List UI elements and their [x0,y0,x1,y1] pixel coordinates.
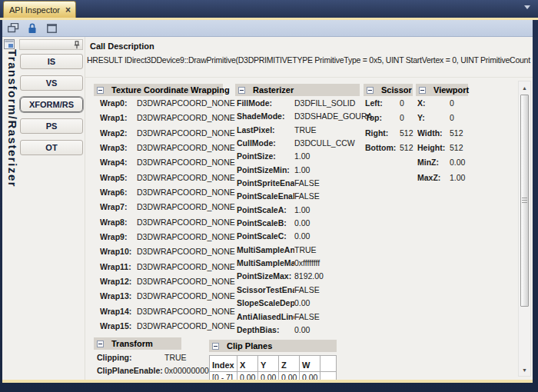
sidebar-panel-header [19,39,83,50]
table-cell: 0.00 [258,372,279,380]
texture-coordinate-wrapping-rows: Wrap0:D3DWRAPCOORD_NONEWrap1:D3DWRAPCOOR… [100,96,235,334]
pipeline-stage-button[interactable]: OT [20,140,83,155]
state-row: PointScaleB:0.00 [237,217,373,230]
pipeline-stage-button[interactable]: VS [20,75,83,91]
scissor-rows: Left:0Top:0Right:512Bottom:512 [365,96,413,155]
state-label: Height: [417,141,450,155]
state-value: D3DCULL_CCW [294,138,355,148]
section-header-texture-coordinate-wrapping: Texture Coordinate Wrapping [94,84,223,96]
column-header: Y [258,356,279,372]
pipeline-stage-buttons: ISVSXFORM/RSPSOT [20,54,83,161]
state-value: D3DWRAPCOORD_NONE [137,143,235,152]
call-description-title: Call Description [90,42,154,51]
state-row: Wrap6:D3DWRAPCOORD_NONE [100,185,235,200]
state-label: Wrap6: [100,185,137,200]
state-value: D3DWRAPCOORD_NONE [137,98,235,108]
state-value: FALSE [294,285,320,294]
scroll-thumb[interactable] [520,95,529,307]
state-row: Wrap4:D3DWRAPCOORD_NONE [100,155,235,170]
state-row: Wrap5:D3DWRAPCOORD_NONE [100,171,235,185]
pipeline-stage-button[interactable]: XFORM/RS [20,97,83,112]
state-value: D3DWRAPCOORD_NONE [137,232,235,241]
pipeline-stage-button[interactable]: IS [20,54,83,69]
state-row: FillMode:D3DFILL_SOLID [237,97,373,110]
state-label: ShadeMode: [237,110,294,123]
api-inspector-window: { "window": { "tab_title": "API Inspecto… [0,0,538,392]
state-label: MinZ: [417,155,450,170]
scroll-thumb-grip [522,198,527,203]
collapse-minus-icon[interactable] [367,87,374,94]
state-row: MultiSampleMa:0xffffffff [237,257,373,270]
state-label: PointSizeMax: [237,270,294,283]
lock-icon[interactable] [26,22,38,34]
state-value: D3DWRAPCOORD_NONE [137,277,235,286]
cascade-windows-icon[interactable] [7,22,19,34]
state-row: ShadeMode:D3DSHADE_GOURA [237,110,373,123]
clip-planes-table: Index X Y Z W [0 - 7] 0.00 0.00 0.00 0.0… [209,355,337,380]
vertical-scrollbar[interactable]: ▲ ▼ [518,81,531,377]
chevron-down-icon[interactable] [524,5,530,9]
state-value: D3DWRAPCOORD_NONE [137,247,235,256]
state-value: D3DSHADE_GOURA [294,111,373,121]
state-value: 0.00 [450,158,465,167]
maximize-icon[interactable] [45,22,58,34]
section-header-rasterizer: Rasterizer [235,84,360,96]
pipeline-stage-button[interactable]: PS [20,118,83,134]
state-label: DepthBias: [237,324,294,337]
pane-bottom-accent [2,380,533,383]
tab-api-inspector[interactable]: API Inspector × [3,1,76,18]
state-label: Wrap13: [100,289,137,304]
state-label: Wrap3: [100,141,137,155]
collapse-minus-icon[interactable] [238,87,245,94]
collapse-minus-icon[interactable] [97,87,104,94]
collapse-minus-icon[interactable] [97,341,104,347]
state-value: 512 [450,143,463,152]
state-value: D3DWRAPCOORD_NONE [137,262,235,271]
state-label: LastPixel: [237,124,294,137]
state-label: Wrap15: [100,319,137,334]
state-row: DepthBias:0.00 [237,324,373,337]
tab-title: API Inspector [9,5,60,15]
state-row: Wrap13:D3DWRAPCOORD_NONE [100,289,235,304]
viewport-rows: X:0Y:0Width:512Height:512MinZ:0.00MaxZ:1… [417,96,465,185]
state-value: 512 [400,128,413,138]
column-header: Z [279,356,300,372]
auto-hide-pin-icon[interactable] [74,41,80,49]
state-value: 1.00 [294,165,310,174]
state-label: Wrap0: [100,96,137,111]
state-value: D3DWRAPCOORD_NONE [137,188,235,197]
state-label: PointSizeMin: [237,164,294,177]
state-value: D3DWRAPCOORD_NONE [137,218,235,227]
state-label: Bottom: [365,141,400,155]
scroll-down-button[interactable]: ▼ [519,364,530,375]
state-label: Wrap1: [100,111,137,125]
state-value: D3DWRAPCOORD_NONE [137,321,235,331]
state-value: 1.00 [294,151,310,161]
state-value: 512 [450,128,463,138]
state-label: Clipping: [97,351,164,364]
collapse-minus-icon[interactable] [212,343,219,350]
state-value: D3DFILL_SOLID [294,98,355,108]
state-row: Y:0 [417,111,465,125]
state-value: 0xffffffff [294,258,320,267]
state-label: Y: [417,111,450,125]
section-header-clip-planes: Clip Planes [209,340,337,352]
call-description-text: HRESULT IDirect3DDevice9::DrawPrimitive(… [87,55,531,65]
state-row: Clipping:TRUE [97,351,209,364]
close-icon[interactable]: × [65,6,71,14]
state-label: Width: [417,126,450,141]
column-header: X [237,356,258,372]
state-row: Width:512 [417,126,465,141]
collapse-minus-icon[interactable] [419,87,426,94]
state-label: Wrap5: [100,171,137,185]
state-label: AntiAliasedLine [237,311,294,324]
clip-planes-header-row: Index X Y Z W [210,356,337,372]
state-row: X:0 [417,96,465,111]
state-label: PointScaleB: [237,217,294,230]
state-label: PointScaleA: [237,204,294,217]
state-row: Wrap11:D3DWRAPCOORD_NONE [100,260,235,274]
state-value: FALSE [294,312,320,321]
state-label: PointSpriteEnal [237,177,294,190]
scroll-up-button[interactable]: ▲ [519,82,530,93]
state-value: 1.00 [450,173,465,182]
